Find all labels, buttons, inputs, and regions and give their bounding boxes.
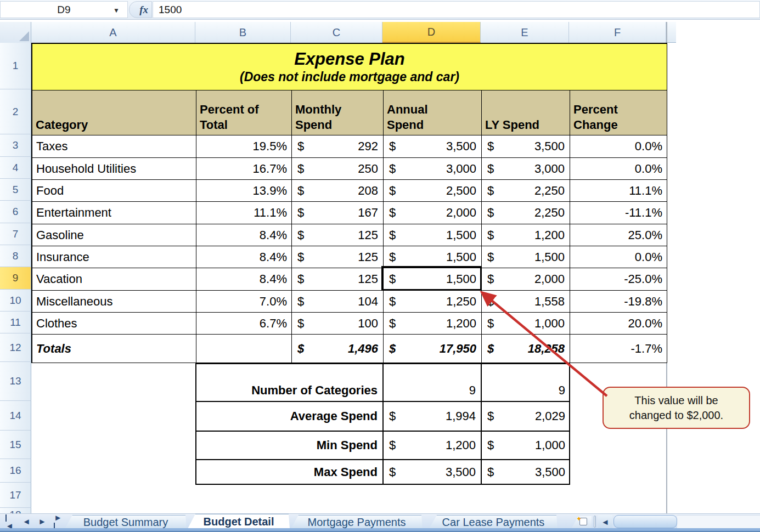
column-header-d[interactable]: D bbox=[382, 22, 481, 43]
cell-a10[interactable]: Miscellaneous bbox=[32, 291, 196, 313]
cell-e7[interactable]: $1,200 bbox=[482, 224, 570, 246]
cell-b13-label[interactable]: Number of Categories bbox=[196, 364, 384, 402]
cell-b11[interactable]: 6.7% bbox=[196, 313, 292, 335]
scroll-left-button[interactable]: ◄ bbox=[598, 515, 612, 528]
cell-e16[interactable]: $3,500 bbox=[482, 460, 570, 484]
tab-mortgage-payments[interactable]: Mortgage Payments bbox=[291, 515, 423, 529]
cell-d14[interactable]: $1,994 bbox=[384, 402, 482, 432]
cell-e8[interactable]: $1,500 bbox=[482, 246, 570, 268]
cell-f6[interactable]: -11.1% bbox=[570, 202, 667, 224]
cell-d15[interactable]: $1,200 bbox=[384, 432, 482, 460]
row-header-7[interactable]: 7 bbox=[0, 223, 31, 245]
column-header-e[interactable]: E bbox=[481, 22, 569, 43]
cell-e12[interactable]: $18,258 bbox=[482, 335, 570, 363]
cell-f12[interactable]: -1.7% bbox=[570, 335, 667, 363]
cell-f4[interactable]: 0.0% bbox=[570, 158, 667, 180]
cell-b4[interactable]: 16.7% bbox=[196, 158, 292, 180]
tab-car-lease-payments[interactable]: Car Lease Payments bbox=[429, 515, 558, 529]
cell-d13[interactable]: 9 bbox=[384, 364, 482, 402]
cell-e9[interactable]: $2,000 bbox=[482, 268, 570, 291]
insert-function-button[interactable]: fx bbox=[129, 1, 152, 18]
insert-worksheet-button[interactable]: ✦ bbox=[572, 516, 592, 528]
tab-budget-summary[interactable]: Budget Summary bbox=[65, 515, 187, 529]
row-header-15[interactable]: 15 bbox=[0, 431, 31, 459]
cell-b8[interactable]: 8.4% bbox=[196, 246, 292, 268]
cell-f2-header-percent-change[interactable]: PercentChange bbox=[570, 90, 667, 135]
tab-budget-detail[interactable]: Budget Detail bbox=[188, 514, 290, 529]
column-header-f[interactable]: F bbox=[569, 22, 666, 43]
cell-f5[interactable]: 11.1% bbox=[570, 180, 667, 202]
row-header-2[interactable]: 2 bbox=[0, 89, 31, 134]
cell-c3[interactable]: $292 bbox=[292, 135, 384, 158]
tab-scrollbar-split-handle[interactable] bbox=[594, 516, 596, 528]
row-header-6[interactable]: 6 bbox=[0, 201, 31, 223]
cell-e4[interactable]: $3,000 bbox=[482, 158, 570, 180]
cell-d7[interactable]: $1,500 bbox=[384, 224, 482, 246]
annotation-callout[interactable]: This value will be changed to $2,000. bbox=[603, 387, 750, 429]
row-header-9[interactable]: 9 bbox=[0, 267, 31, 290]
cell-d3[interactable]: $3,500 bbox=[384, 135, 482, 158]
cell-b5[interactable]: 13.9% bbox=[196, 180, 292, 202]
row-header-12[interactable]: 12 bbox=[0, 333, 31, 362]
cell-e13[interactable]: 9 bbox=[482, 364, 570, 402]
cell-a11[interactable]: Clothes bbox=[32, 313, 196, 335]
cell-a12-totals[interactable]: Totals bbox=[32, 335, 196, 363]
cell-e15[interactable]: $1,000 bbox=[482, 432, 570, 460]
cell-c11[interactable]: $100 bbox=[292, 313, 384, 335]
horizontal-scrollbar-thumb[interactable] bbox=[613, 515, 677, 528]
next-sheet-button[interactable]: ► bbox=[38, 517, 47, 525]
cell-d8[interactable]: $1,500 bbox=[384, 246, 482, 268]
last-sheet-button[interactable]: ► bbox=[54, 513, 63, 530]
cell-d6[interactable]: $2,000 bbox=[384, 202, 482, 224]
cell-e6[interactable]: $2,250 bbox=[482, 202, 570, 224]
cell-d10[interactable]: $1,250 bbox=[384, 291, 482, 313]
row-header-3[interactable]: 3 bbox=[0, 134, 31, 157]
cell-a6[interactable]: Entertainment bbox=[32, 202, 196, 224]
column-header-c[interactable]: C bbox=[291, 22, 382, 43]
first-sheet-button[interactable]: ◄ bbox=[5, 513, 15, 530]
cell-c6[interactable]: $167 bbox=[292, 202, 384, 224]
cell-b16-label[interactable]: Max Spend bbox=[196, 460, 384, 484]
cell-d5[interactable]: $2,500 bbox=[384, 180, 482, 202]
row-header-8[interactable]: 8 bbox=[0, 245, 31, 267]
cell-a3[interactable]: Taxes bbox=[32, 135, 196, 158]
cell-e5[interactable]: $2,250 bbox=[482, 180, 570, 202]
cell-f11[interactable]: 20.0% bbox=[570, 313, 667, 335]
row-header-10[interactable]: 10 bbox=[0, 290, 31, 312]
cell-f3[interactable]: 0.0% bbox=[570, 135, 667, 158]
cell-a1-title[interactable]: Expense Plan (Does not include mortgage … bbox=[32, 44, 667, 90]
formula-input[interactable]: 1500 bbox=[153, 1, 760, 18]
column-header-b[interactable]: B bbox=[195, 22, 291, 43]
row-header-14[interactable]: 14 bbox=[0, 401, 31, 431]
cell-c10[interactable]: $104 bbox=[292, 291, 384, 313]
cell-a4[interactable]: Household Utilities bbox=[32, 158, 196, 180]
cell-b9[interactable]: 8.4% bbox=[196, 268, 292, 291]
cell-a9[interactable]: Vacation bbox=[32, 268, 196, 291]
cell-c2-header-monthly-spend[interactable]: MonthlySpend bbox=[292, 90, 384, 135]
cell-f8[interactable]: 0.0% bbox=[570, 246, 667, 268]
cell-a8[interactable]: Insurance bbox=[32, 246, 196, 268]
cell-f10[interactable]: -19.8% bbox=[570, 291, 667, 313]
cell-f9[interactable]: -25.0% bbox=[570, 268, 667, 291]
cell-d9-selected[interactable]: $1,500 bbox=[384, 268, 482, 291]
cell-d12[interactable]: $17,950 bbox=[384, 335, 482, 363]
row-header-13[interactable]: 13 bbox=[0, 362, 31, 401]
cell-e10[interactable]: $1,558 bbox=[482, 291, 570, 313]
cell-c7[interactable]: $125 bbox=[292, 224, 384, 246]
row-header-17[interactable]: 17 bbox=[0, 483, 31, 508]
cell-d4[interactable]: $3,000 bbox=[384, 158, 482, 180]
cell-a2-header-category[interactable]: Category bbox=[32, 90, 196, 135]
cell-d16[interactable]: $3,500 bbox=[384, 460, 482, 484]
cell-d11[interactable]: $1,200 bbox=[384, 313, 482, 335]
cell-b7[interactable]: 8.4% bbox=[196, 224, 292, 246]
horizontal-scrollbar-track[interactable] bbox=[677, 515, 760, 528]
column-header-a[interactable]: A bbox=[31, 22, 195, 43]
cell-c4[interactable]: $250 bbox=[292, 158, 384, 180]
cell-c12[interactable]: $1,496 bbox=[292, 335, 384, 363]
cell-c9[interactable]: $125 bbox=[292, 268, 384, 291]
cell-f7[interactable]: 25.0% bbox=[570, 224, 667, 246]
cell-e11[interactable]: $1,000 bbox=[482, 313, 570, 335]
cell-e2-header-ly-spend[interactable]: LY Spend bbox=[482, 90, 570, 135]
cell-b6[interactable]: 11.1% bbox=[196, 202, 292, 224]
row-header-4[interactable]: 4 bbox=[0, 157, 31, 179]
